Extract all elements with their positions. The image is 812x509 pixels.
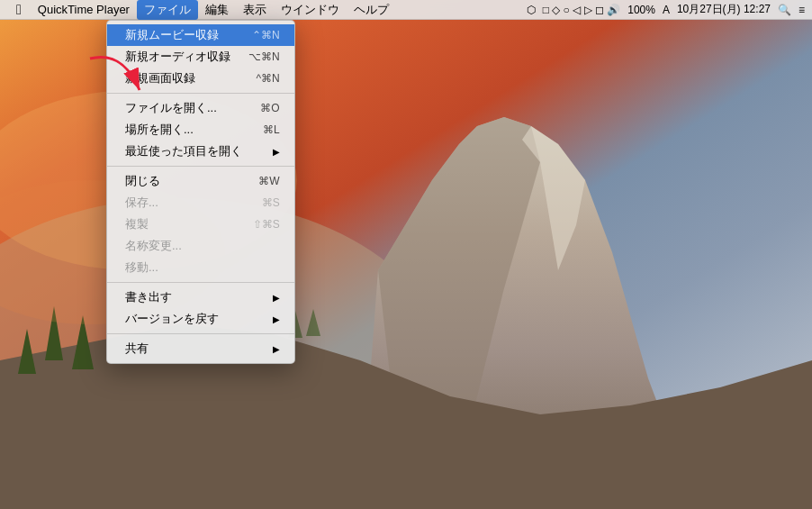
menu-revert[interactable]: バージョンを戻す ▶ — [107, 308, 294, 330]
menubar-notification[interactable]: ≡ — [798, 4, 805, 16]
menubar:  QuickTime Player ファイル 編集 表示 ウインドウ ヘルプ … — [0, 0, 812, 20]
menu-export[interactable]: 書き出す ▶ — [107, 286, 294, 308]
menubar-quicktime[interactable]: QuickTime Player — [31, 0, 137, 20]
menubar-icons: □ ◇ ○ ◁ ▷ ◻ 🔊 — [543, 4, 621, 16]
menu-save: 保存... ⌘S — [107, 192, 294, 214]
menubar-view[interactable]: 表示 — [236, 0, 274, 20]
menu-separator-1 — [107, 93, 294, 94]
menubar-keyboard: A — [663, 4, 670, 16]
menu-separator-4 — [107, 333, 294, 334]
menubar-right: ⬡ □ ◇ ○ ◁ ▷ ◻ 🔊 100% A 10月27日(月) 12:27 🔍… — [527, 2, 805, 17]
menubar-dropbox: ⬡ — [527, 4, 536, 16]
menu-new-movie[interactable]: 新規ムービー収録 ⌃⌘N — [107, 24, 294, 46]
apple-menu[interactable]:  — [7, 0, 31, 20]
menu-rename: 名称変更... — [107, 235, 294, 257]
menubar-battery: 100% — [627, 4, 655, 16]
menubar-left:  QuickTime Player ファイル 編集 表示 ウインドウ ヘルプ — [7, 0, 396, 20]
menubar-edit[interactable]: 編集 — [198, 0, 236, 20]
menubar-search[interactable]: 🔍 — [778, 4, 791, 16]
menu-close[interactable]: 閉じる ⌘W — [107, 170, 294, 192]
menu-separator-3 — [107, 282, 294, 283]
desktop:  QuickTime Player ファイル 編集 表示 ウインドウ ヘルプ … — [0, 0, 812, 509]
menubar-help[interactable]: ヘルプ — [347, 0, 396, 20]
menu-separator-2 — [107, 166, 294, 167]
menu-open-location[interactable]: 場所を開く... ⌘L — [107, 119, 294, 141]
menu-open-recent[interactable]: 最近使った項目を開く ▶ — [107, 141, 294, 162]
menu-new-screen[interactable]: 新規画面収録 ^⌘N — [107, 68, 294, 89]
file-dropdown-menu: 新規ムービー収録 ⌃⌘N 新規オーディオ収録 ⌥⌘N 新規画面収録 ^⌘N ファ… — [106, 20, 295, 364]
menu-open-file[interactable]: ファイルを開く... ⌘O — [107, 97, 294, 119]
menu-new-audio[interactable]: 新規オーディオ収録 ⌥⌘N — [107, 46, 294, 68]
menubar-file[interactable]: ファイル — [137, 0, 198, 20]
menu-move: 移動... — [107, 257, 294, 278]
menu-share[interactable]: 共有 ▶ — [107, 338, 294, 359]
menu-duplicate: 複製 ⇧⌘S — [107, 214, 294, 235]
menubar-window[interactable]: ウインドウ — [274, 0, 347, 20]
menubar-datetime: 10月27日(月) 12:27 — [677, 2, 771, 17]
